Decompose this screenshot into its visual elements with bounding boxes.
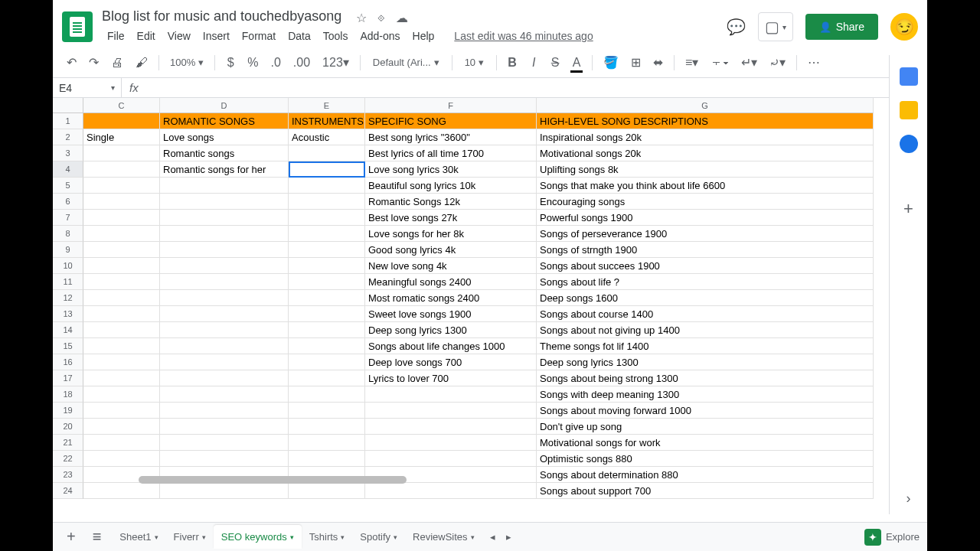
cell[interactable]: Songs of perseverance 1900 <box>537 226 874 242</box>
cell[interactable] <box>160 210 289 226</box>
cell[interactable]: Inspirational songs 20k <box>537 129 874 145</box>
cell[interactable]: Best lyrics of all time 1700 <box>365 145 537 161</box>
row-header[interactable]: 11 <box>53 274 83 290</box>
row-header[interactable]: 14 <box>53 322 83 338</box>
font-select[interactable]: Default (Ari... ▾ <box>367 54 446 71</box>
row-header[interactable]: 19 <box>53 403 83 419</box>
sheets-logo[interactable] <box>62 11 93 42</box>
cell[interactable] <box>83 483 160 499</box>
cell[interactable] <box>83 338 160 354</box>
cell[interactable]: Songs about course 1400 <box>537 306 874 322</box>
currency-icon[interactable]: $ <box>221 53 240 73</box>
cell[interactable] <box>160 419 289 435</box>
paint-format-icon[interactable]: 🖌 <box>131 53 152 73</box>
halign-icon[interactable]: ≡▾ <box>681 52 703 73</box>
cell[interactable] <box>289 370 365 386</box>
row-header[interactable]: 22 <box>53 451 83 467</box>
cell[interactable]: Good song lyrics 4k <box>365 242 537 258</box>
cell[interactable] <box>365 419 537 435</box>
star-icon[interactable]: ☆ <box>356 11 367 25</box>
text-color-icon[interactable]: A <box>567 53 586 73</box>
cell[interactable] <box>365 403 537 419</box>
sheet-tab[interactable]: Spotify <box>352 525 405 549</box>
cell[interactable] <box>83 451 160 467</box>
cell[interactable] <box>160 226 289 242</box>
row-header[interactable]: 4 <box>53 161 83 178</box>
name-box[interactable]: E4 <box>53 78 122 97</box>
cell[interactable] <box>160 242 289 258</box>
cell[interactable]: Single <box>83 129 160 145</box>
increase-decimal-icon[interactable]: .00 <box>289 53 315 73</box>
cell[interactable] <box>289 403 365 419</box>
calendar-icon[interactable] <box>900 67 918 86</box>
cell[interactable] <box>289 194 365 210</box>
addons-plus-icon[interactable]: + <box>903 199 913 219</box>
cell[interactable] <box>83 419 160 435</box>
cell[interactable] <box>83 354 160 370</box>
cell[interactable]: Most romatic songs 2400 <box>365 290 537 306</box>
all-sheets-button[interactable]: ≡ <box>87 525 108 549</box>
cell[interactable]: Deep song lyrics 1300 <box>365 322 537 338</box>
cell[interactable] <box>83 210 160 226</box>
cell[interactable] <box>83 435 160 451</box>
cell[interactable] <box>289 178 365 194</box>
row-header[interactable]: 2 <box>53 129 83 145</box>
row-header[interactable]: 5 <box>53 178 83 194</box>
last-edit[interactable]: Last edit was 46 minutes ago <box>449 27 598 45</box>
row-header[interactable]: 6 <box>53 194 83 210</box>
cell[interactable]: Encouraging songs <box>537 194 874 210</box>
cell[interactable] <box>160 290 289 306</box>
cell[interactable]: Powerful songs 1900 <box>537 210 874 226</box>
print-icon[interactable]: 🖨 <box>106 53 128 73</box>
cell[interactable] <box>83 274 160 290</box>
doc-title[interactable]: Blog list for music and touchedbyasong <box>102 8 341 24</box>
cell[interactable] <box>160 338 289 354</box>
cell[interactable] <box>83 386 160 403</box>
select-all-corner[interactable] <box>53 98 83 113</box>
cell[interactable]: Lyrics to lover 700 <box>365 370 537 386</box>
format-select[interactable]: 123▾ <box>318 52 354 73</box>
row-header[interactable]: 7 <box>53 210 83 226</box>
cell[interactable]: Optimistic songs 880 <box>537 451 874 467</box>
sheet-tab[interactable]: Sheet1 <box>112 525 165 549</box>
cell[interactable] <box>289 274 365 290</box>
cell[interactable] <box>289 258 365 274</box>
row-header[interactable]: 12 <box>53 290 83 306</box>
font-size-select[interactable]: 10 ▾ <box>459 54 490 71</box>
column-header[interactable]: C <box>83 98 160 113</box>
rotate-icon[interactable]: ⤾▾ <box>765 52 790 73</box>
cell[interactable]: Songs about succees 1900 <box>537 258 874 274</box>
cell[interactable] <box>289 306 365 322</box>
zoom-select[interactable]: 100% ▾ <box>165 54 208 71</box>
cell[interactable]: New love song 4k <box>365 258 537 274</box>
cell[interactable]: Love songs <box>160 129 289 145</box>
cell[interactable] <box>289 451 365 467</box>
cell[interactable]: Songs that make you think about life 660… <box>537 178 874 194</box>
cell[interactable]: ROMANTIC SONGS <box>160 113 289 129</box>
cell[interactable]: Deep love songs 700 <box>365 354 537 370</box>
cell[interactable]: Romantic Songs 12k <box>365 194 537 210</box>
cell[interactable]: Deep songs 1600 <box>537 290 874 306</box>
menu-add-ons[interactable]: Add-ons <box>354 27 405 45</box>
cell[interactable] <box>83 161 160 178</box>
cell[interactable] <box>160 483 289 499</box>
cell[interactable] <box>83 306 160 322</box>
cell[interactable]: Songs of strngth 1900 <box>537 242 874 258</box>
cell[interactable] <box>83 322 160 338</box>
cell[interactable]: Meaningful songs 2400 <box>365 274 537 290</box>
cell[interactable]: Motivational songs 20k <box>537 145 874 161</box>
cell[interactable] <box>83 258 160 274</box>
comments-icon[interactable]: 💬 <box>727 18 746 36</box>
italic-icon[interactable]: I <box>524 53 543 73</box>
menu-data[interactable]: Data <box>283 27 316 45</box>
horizontal-scrollbar[interactable] <box>139 476 407 484</box>
hide-panel-icon[interactable]: › <box>906 491 911 507</box>
cell[interactable] <box>83 370 160 386</box>
cell[interactable] <box>160 258 289 274</box>
cell[interactable] <box>160 403 289 419</box>
merge-icon[interactable]: ⬌ <box>648 52 668 73</box>
decrease-decimal-icon[interactable]: .0 <box>266 53 285 73</box>
cell[interactable]: Songs about support 700 <box>537 483 874 499</box>
borders-icon[interactable]: ⊞ <box>626 52 645 73</box>
column-header[interactable]: G <box>537 98 874 113</box>
